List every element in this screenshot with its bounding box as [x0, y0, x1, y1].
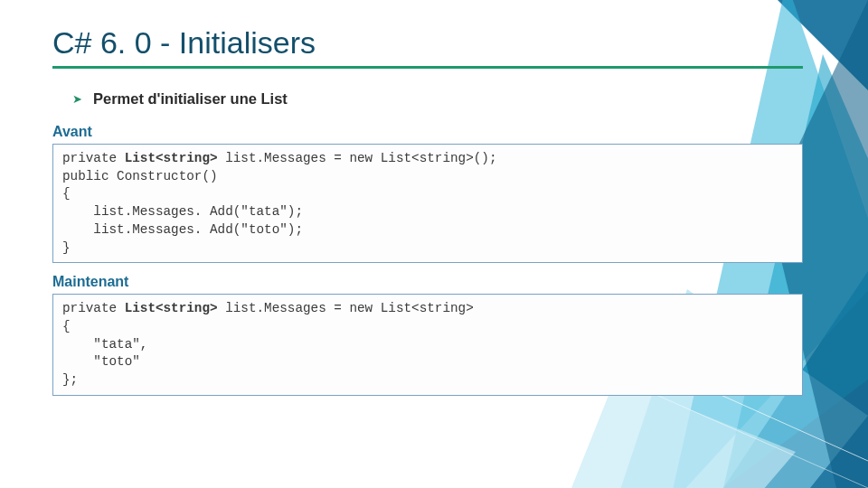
code-line: "toto"	[62, 353, 793, 371]
code-text: private	[62, 151, 125, 165]
code-text: list.Messages = new List<string>	[218, 301, 474, 315]
code-box-before: private List<string> list.Messages = new…	[52, 144, 803, 263]
content-area: C# 6. 0 - Initialisers ➤ Permet d'initia…	[0, 0, 868, 396]
code-text: List<string>	[125, 301, 218, 315]
code-line: }	[62, 239, 793, 258]
code-text: list.Messages = new List<string>();	[218, 151, 497, 165]
code-line: public Constructor()	[62, 168, 793, 186]
arrow-icon: ➤	[72, 93, 82, 105]
title-underline	[52, 66, 803, 69]
section-label-before: Avant	[52, 124, 816, 140]
code-text: List<string>	[125, 151, 218, 165]
section-label-now: Maintenant	[52, 274, 816, 290]
svg-line-7	[642, 389, 868, 488]
code-line: "tata",	[62, 336, 793, 354]
page-title: C# 6. 0 - Initialisers	[52, 25, 816, 61]
code-line: list.Messages. Add("toto");	[62, 221, 793, 239]
svg-marker-4	[561, 380, 796, 488]
bullet-item: ➤ Permet d'initialiser une List	[72, 90, 816, 108]
code-line: {	[62, 185, 793, 203]
code-line: private List<string> list.Messages = new…	[62, 300, 793, 318]
bullet-text: Permet d'initialiser une List	[93, 90, 288, 108]
code-box-now: private List<string> list.Messages = new…	[52, 294, 803, 396]
code-line: private List<string> list.Messages = new…	[62, 150, 793, 168]
code-line: {	[62, 318, 793, 336]
slide: C# 6. 0 - Initialisers ➤ Permet d'initia…	[0, 0, 868, 488]
code-line: };	[62, 371, 793, 389]
code-line: list.Messages. Add("tata");	[62, 203, 793, 221]
code-text: private	[62, 301, 125, 315]
